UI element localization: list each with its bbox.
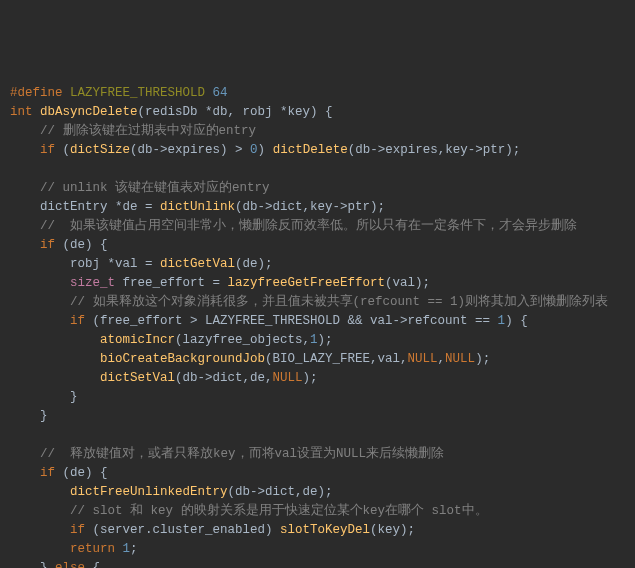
brace: } — [70, 390, 78, 404]
text: (de) { — [55, 238, 108, 252]
text: (db->expires) > — [130, 143, 250, 157]
number: 0 — [250, 143, 258, 157]
text: ); — [303, 371, 318, 385]
text: (db->expires,key->ptr); — [348, 143, 521, 157]
code-line: bioCreateBackgroundJob(BIO_LAZY_FREE,val… — [10, 350, 625, 369]
comment: // 如果该键值占用空间非常小，懒删除反而效率低。所以只有在一定条件下，才会异步… — [40, 219, 577, 233]
code-line: dictFreeUnlinkedEntry(db->dict,de); — [10, 483, 625, 502]
text: ) — [258, 143, 273, 157]
macro-name: LAZYFREE_THRESHOLD — [70, 86, 205, 100]
keyword: if — [40, 466, 55, 480]
null: NULL — [408, 352, 438, 366]
code-line: if (free_effort > LAZYFREE_THRESHOLD && … — [10, 312, 625, 331]
code-line: size_t free_effort = lazyfreeGetFreeEffo… — [10, 274, 625, 293]
text: ); — [318, 333, 333, 347]
comment: // 如果释放这个对象消耗很多，并且值未被共享(refcount == 1)则将… — [70, 295, 608, 309]
text: (db->dict,key->ptr); — [235, 200, 385, 214]
function-call: atomicIncr — [100, 333, 175, 347]
keyword: #define — [10, 86, 63, 100]
text: (lazyfree_objects, — [175, 333, 310, 347]
code-block: #define LAZYFREE_THRESHOLD 64int dbAsync… — [10, 84, 625, 568]
text: ) { — [505, 314, 528, 328]
text: (free_effort > LAZYFREE_THRESHOLD && val… — [85, 314, 498, 328]
text: (key); — [370, 523, 415, 537]
code-line: #define LAZYFREE_THRESHOLD 64 — [10, 84, 625, 103]
code-line: // 如果该键值占用空间非常小，懒删除反而效率低。所以只有在一定条件下，才会异步… — [10, 217, 625, 236]
code-line: return 1; — [10, 540, 625, 559]
number: 1 — [498, 314, 506, 328]
blank-line — [10, 160, 625, 179]
function-name: dbAsyncDelete — [40, 105, 138, 119]
function-call: bioCreateBackgroundJob — [100, 352, 265, 366]
code-line: dictSetVal(db->dict,de,NULL); — [10, 369, 625, 388]
keyword: if — [40, 143, 55, 157]
code-line: dictEntry *de = dictUnlink(db->dict,key-… — [10, 198, 625, 217]
code-line: } — [10, 407, 625, 426]
number: 1 — [310, 333, 318, 347]
function-call: dictFreeUnlinkedEntry — [70, 485, 228, 499]
brace: } — [40, 409, 48, 423]
function-call: lazyfreeGetFreeEffort — [228, 276, 386, 290]
function-call: dictSetVal — [100, 371, 175, 385]
text: (val); — [385, 276, 430, 290]
text: (db->dict,de, — [175, 371, 273, 385]
code-line: // slot 和 key 的映射关系是用于快速定位某个key在哪个 slot中… — [10, 502, 625, 521]
code-line: // 释放键值对，或者只释放key，而将val设置为NULL来后续懒删除 — [10, 445, 625, 464]
text: (db->dict,de); — [228, 485, 333, 499]
function-call: dictDelete — [273, 143, 348, 157]
brace: } — [40, 561, 55, 568]
code-line: // unlink 该键在键值表对应的entry — [10, 179, 625, 198]
code-line: } else { — [10, 559, 625, 568]
keyword: if — [70, 314, 85, 328]
text: free_effort = — [115, 276, 228, 290]
text: (server.cluster_enabled) — [85, 523, 280, 537]
comment: // 释放键值对，或者只释放key，而将val设置为NULL来后续懒删除 — [40, 447, 444, 461]
number: 1 — [115, 542, 130, 556]
keyword: else — [55, 561, 85, 568]
code-line: if (server.cluster_enabled) slotToKeyDel… — [10, 521, 625, 540]
keyword: int — [10, 105, 33, 119]
keyword: if — [70, 523, 85, 537]
code-line: // 如果释放这个对象消耗很多，并且值未被共享(refcount == 1)则将… — [10, 293, 625, 312]
function-call: dictGetVal — [160, 257, 235, 271]
text: (BIO_LAZY_FREE,val, — [265, 352, 408, 366]
text: ( — [55, 143, 70, 157]
null: NULL — [273, 371, 303, 385]
function-call: dictUnlink — [160, 200, 235, 214]
null: NULL — [445, 352, 475, 366]
code-line: if (de) { — [10, 236, 625, 255]
function-call: dictSize — [70, 143, 130, 157]
code-line: if (de) { — [10, 464, 625, 483]
text: ; — [130, 542, 138, 556]
comment: // unlink 该键在键值表对应的entry — [40, 181, 270, 195]
text: (de); — [235, 257, 273, 271]
code-line: int dbAsyncDelete(redisDb *db, robj *key… — [10, 103, 625, 122]
type: size_t — [70, 276, 115, 290]
comment: // 删除该键在过期表中对应的entry — [40, 124, 256, 138]
text: , — [438, 352, 446, 366]
text: robj *val = — [70, 257, 160, 271]
signature: (redisDb *db, robj *key) { — [138, 105, 333, 119]
code-line: if (dictSize(db->expires) > 0) dictDelet… — [10, 141, 625, 160]
code-line: } — [10, 388, 625, 407]
number: 64 — [213, 86, 228, 100]
text: ); — [475, 352, 490, 366]
text: { — [85, 561, 100, 568]
blank-line — [10, 426, 625, 445]
keyword: return — [70, 542, 115, 556]
code-line: // 删除该键在过期表中对应的entry — [10, 122, 625, 141]
keyword: if — [40, 238, 55, 252]
text: (de) { — [55, 466, 108, 480]
comment: // slot 和 key 的映射关系是用于快速定位某个key在哪个 slot中… — [70, 504, 488, 518]
code-line: atomicIncr(lazyfree_objects,1); — [10, 331, 625, 350]
function-call: slotToKeyDel — [280, 523, 370, 537]
text: dictEntry *de = — [40, 200, 160, 214]
code-line: robj *val = dictGetVal(de); — [10, 255, 625, 274]
